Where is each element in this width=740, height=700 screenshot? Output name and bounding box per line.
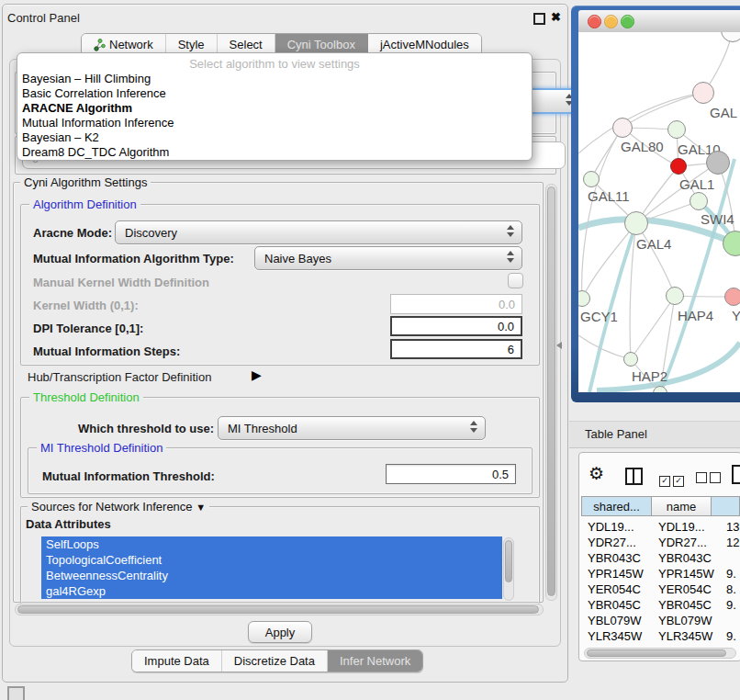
expand-right-icon[interactable]: ▶ xyxy=(252,367,262,382)
kernel-width-field[interactable]: 0.0 xyxy=(390,294,522,314)
network-icon xyxy=(94,39,106,51)
hub-definition-toggle-label[interactable]: Hub/Transcription Factor Definition xyxy=(28,370,211,384)
node-gal4-label: GAL4 xyxy=(636,236,671,252)
combo-spinner-icon xyxy=(507,251,514,263)
kernel-width-label: Kernel Width (0,1): xyxy=(33,299,139,312)
divider-collapse-arrow-icon[interactable] xyxy=(556,342,562,349)
table-row[interactable]: YPR145WYPR145W9. xyxy=(581,567,740,582)
table-row[interactable]: YIL052CYIL052C9. xyxy=(581,645,740,646)
table-cell: YBR043C xyxy=(588,551,654,565)
table-cell: 9. xyxy=(726,598,740,612)
settings-vertical-scrollbar[interactable] xyxy=(545,184,557,601)
table-cell: 9. xyxy=(726,567,740,581)
table-horizontal-scrollbar[interactable] xyxy=(584,648,736,659)
mi-threshold-field[interactable]: 0.5 xyxy=(386,464,516,484)
collapse-down-icon[interactable]: ▼ xyxy=(196,502,206,513)
new-table-icon[interactable] xyxy=(732,465,740,484)
table-cell: YDL19... xyxy=(658,520,717,534)
aracne-mode-label: Aracne Mode: xyxy=(33,226,112,240)
gear-icon[interactable]: ⚙ xyxy=(589,463,604,484)
table-cell: YPR145W xyxy=(658,567,717,581)
table-row[interactable]: YLR345WYLR345W9. xyxy=(581,629,740,645)
algorithm-option-bayesian-hill-climbing[interactable]: Bayesian – Hill Climbing xyxy=(17,72,532,86)
apply-button[interactable]: Apply xyxy=(248,621,312,643)
table-cell: YPR145W xyxy=(588,567,654,581)
mi-steps-field[interactable]: 6 xyxy=(390,339,522,359)
combo-spinner-icon xyxy=(470,421,477,433)
cyni-bottom-tabs: Impute DataDiscretize DataInfer Network xyxy=(131,649,423,672)
aracne-mode-select[interactable]: Discovery xyxy=(115,220,522,244)
column-header-name[interactable]: name xyxy=(652,496,712,516)
table-row[interactable]: YER054CYER054C8. xyxy=(581,582,740,598)
node-gal-partial[interactable] xyxy=(692,82,714,104)
tab-select-label: Select xyxy=(230,38,263,51)
zoom-traffic-light[interactable] xyxy=(621,15,634,28)
minimized-panel-icon[interactable] xyxy=(7,686,25,700)
table-cell: YBR045C xyxy=(588,598,654,612)
node-gal4[interactable] xyxy=(624,211,648,235)
table-row[interactable]: YBL079WYBL079W xyxy=(581,614,740,629)
attribute-item-topologicalcoefficient[interactable]: TopologicalCoefficient xyxy=(41,552,502,568)
algorithm-option-aracne-algorithm[interactable]: ARACNE Algorithm xyxy=(17,101,532,116)
tab-discretize-data[interactable]: Discretize Data xyxy=(222,650,328,672)
node-swi4-label: SWI4 xyxy=(701,211,734,227)
sources-group-title[interactable]: Sources for Network Inference ▼ xyxy=(28,500,209,514)
which-threshold-select[interactable]: MI Threshold xyxy=(218,416,486,440)
deselect-all-columns-icon[interactable] xyxy=(696,470,723,487)
algorithm-option-basic-correlation-inference[interactable]: Basic Correlation Inference xyxy=(17,86,532,101)
network-window-titlebar[interactable] xyxy=(578,10,740,33)
close-traffic-light[interactable] xyxy=(588,15,601,28)
table-cell: YER054C xyxy=(658,582,717,596)
table-row[interactable]: YBR045CYBR045C9. xyxy=(581,598,740,614)
node-gal80[interactable] xyxy=(612,118,633,138)
mi-algorithm-type-value: Naive Bayes xyxy=(264,252,331,265)
column-header-shared-name[interactable]: shared... xyxy=(581,496,652,516)
node-gal1[interactable] xyxy=(670,158,687,175)
manual-kernel-width-label: Manual Kernel Width Definition xyxy=(33,276,209,289)
network-canvas[interactable]: GALGAL80GAL10GAL1GAL11SWI4GAL4GCY1HAP4YH… xyxy=(578,32,740,392)
attribute-item-betweennesscentrality[interactable]: BetweennessCentrality xyxy=(41,568,502,583)
dpi-tolerance-field[interactable]: 0.0 xyxy=(390,316,522,336)
attribute-list-scrollbar[interactable] xyxy=(503,537,514,601)
column-header-partial[interactable] xyxy=(712,496,740,516)
node-gray[interactable] xyxy=(706,151,730,175)
data-attributes-list[interactable]: SelfLoopsTopologicalCoefficientBetweenne… xyxy=(41,536,502,599)
manual-kernel-width-checkbox[interactable] xyxy=(508,273,523,288)
select-all-columns-icon[interactable]: ✓✓ xyxy=(659,470,687,487)
columns-icon[interactable] xyxy=(625,468,643,485)
mi-algorithm-type-select[interactable]: Naive Bayes xyxy=(254,246,522,270)
settings-horizontal-scrollbar[interactable] xyxy=(15,604,544,615)
node-swi4[interactable] xyxy=(690,192,708,210)
attribute-item-selfloops[interactable]: SelfLoops xyxy=(41,536,502,552)
cyni-algorithm-settings-title: Cyni Algorithm Settings xyxy=(20,175,151,189)
algorithm-option-dream8-dc-tdc-algorithm[interactable]: Dream8 DC_TDC Algorithm xyxy=(17,145,532,160)
node-hap4[interactable] xyxy=(666,287,684,305)
table-panel-title: Table Panel xyxy=(585,427,647,441)
combo-spinner-icon xyxy=(507,225,514,237)
node-hap4-label: HAP4 xyxy=(678,308,713,323)
close-window-icon[interactable]: ✖ xyxy=(551,10,561,24)
tab-discretize-data-label: Discretize Data xyxy=(234,654,315,668)
algorithm-option-mutual-information-inference[interactable]: Mutual Information Inference xyxy=(17,116,532,130)
algorithm-option-bayesian-k2[interactable]: Bayesian – K2 xyxy=(17,130,532,145)
float-window-icon[interactable] xyxy=(533,13,545,25)
node-gal10[interactable] xyxy=(667,120,686,139)
table-cell: YDL19... xyxy=(588,520,654,534)
attribute-item-gal4rgexp[interactable]: gal4RGexp xyxy=(41,583,502,599)
table-cell: YBL079W xyxy=(658,614,717,627)
algorithm-dropdown-hint: Select algorithm to view settings xyxy=(17,57,532,71)
node-gal11[interactable] xyxy=(583,171,600,187)
node-hap2[interactable] xyxy=(623,352,638,367)
table-row[interactable]: YBR043CYBR043C xyxy=(581,551,740,567)
table-cell: YIL052C xyxy=(588,645,654,646)
table-row[interactable]: YDR27...YDR27...12 xyxy=(581,536,740,551)
table-cell: 9. xyxy=(726,629,740,643)
minimize-traffic-light[interactable] xyxy=(604,15,618,28)
table-body: YDL19...YDL19...13YDR27...YDR27...12YBR0… xyxy=(581,520,740,646)
tab-infer-network[interactable]: Infer Network xyxy=(328,650,422,672)
tab-impute-data[interactable]: Impute Data xyxy=(132,650,222,672)
table-row[interactable]: YDL19...YDL19...13 xyxy=(581,520,740,536)
application-root: Control Panel ✖ NetworkStyleSelectCyni T… xyxy=(0,0,740,700)
algorithm-options-list: Bayesian – Hill ClimbingBasic Correlatio… xyxy=(17,72,532,160)
node-y-partial[interactable] xyxy=(724,288,740,306)
